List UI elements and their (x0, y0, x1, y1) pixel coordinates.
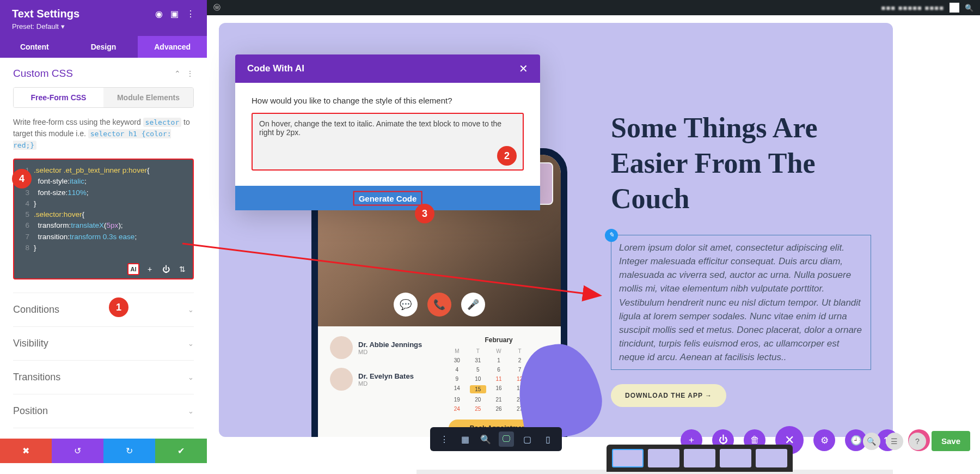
calendar-month: February (449, 336, 549, 344)
settings-button[interactable]: ⚙ (813, 429, 835, 451)
thumbnail-4[interactable] (720, 449, 751, 467)
subtab-module-elements[interactable]: Module Elements (103, 88, 193, 107)
page-thumbnails (607, 445, 793, 472)
search-icon[interactable]: 🔍 (965, 4, 973, 12)
hero-heading: Some Things Are Easier From The Couch (611, 110, 871, 216)
button-highlight: Generate Code (353, 191, 422, 205)
section-more-icon[interactable]: ⋮ (186, 69, 194, 78)
doctor-item[interactable]: Dr. Evelyn BatesMD (330, 368, 440, 391)
ai-prompt-textarea[interactable] (252, 113, 524, 171)
css-subtabs: Free-Form CSS Module Elements (13, 87, 194, 108)
thumbnail-2[interactable] (648, 449, 679, 467)
avatar (330, 368, 353, 391)
zoom-icon[interactable]: 🔍 (478, 432, 493, 447)
download-app-button[interactable]: DOWNLOAD THE APP → (611, 384, 726, 407)
css-code-editor[interactable]: 1.selector .et_pb_text_inner p:hover {2 … (13, 159, 194, 279)
callout-2: 2 (497, 146, 517, 166)
tab-advanced[interactable]: Advanced (138, 36, 207, 58)
save-button[interactable]: Save (932, 431, 970, 451)
hero-content: Some Things Are Easier From The Couch ✎ … (611, 110, 871, 407)
modal-question: How would you like to change the style o… (252, 96, 524, 105)
close-icon[interactable]: ✕ (519, 62, 528, 75)
power-icon[interactable]: ⏻ (160, 263, 172, 275)
preset-dropdown[interactable]: Preset: Default ▾ (12, 22, 195, 31)
confirm-button[interactable]: ✔ (155, 439, 207, 463)
settings-sidebar: Text Settings ◉ ▣ ⋮ Preset: Default ▾ Co… (0, 0, 207, 463)
doctor-item[interactable]: Dr. Abbie JenningsMD (330, 336, 440, 359)
accordion-scroll-effects[interactable]: Scroll Effects⌄ (13, 428, 194, 439)
wordpress-icon[interactable]: ⓦ (213, 3, 220, 13)
undo-button[interactable]: ↺ (52, 439, 103, 463)
sidebar-footer: ✖ ↺ ↻ ✔ (0, 439, 207, 463)
text-module-selected[interactable]: ✎ Lorem ipsum dolor sit amet, consectetu… (611, 235, 871, 370)
callout-4: 4 (12, 169, 32, 189)
accordion-transitions[interactable]: Transitions⌄ (13, 360, 194, 394)
sidebar-body: Custom CSS ⌃ ⋮ Free-Form CSS Module Elem… (0, 58, 207, 439)
thumbnail-1[interactable] (612, 449, 644, 467)
section-title: Custom CSS (13, 68, 73, 80)
discard-button[interactable]: ✖ (0, 439, 52, 463)
thumbnail-5[interactable] (756, 449, 787, 467)
redo-button[interactable]: ↻ (103, 439, 155, 463)
tab-content[interactable]: Content (0, 36, 69, 58)
mobile-icon[interactable]: ▯ (540, 432, 555, 447)
css-helper-text: Write free-form css using the keyword se… (13, 117, 194, 151)
callout-1: 1 (109, 297, 128, 317)
search-button[interactable]: 🔍 (863, 433, 880, 450)
tablet-icon[interactable]: ▢ (519, 432, 535, 447)
doctor-list: Dr. Abbie JenningsMDDr. Evelyn BatesMD (330, 336, 440, 437)
accordion-conditions[interactable]: Conditions⌄ (13, 293, 194, 326)
wireframe-icon[interactable]: ▦ (457, 432, 473, 447)
ai-button[interactable]: AI (127, 263, 139, 275)
add-icon[interactable]: + (144, 263, 156, 275)
hero-paragraph: Lorem ipsum dolor sit amet, consectetur … (619, 242, 862, 362)
canvas-right-actions: 🔍 ☰ ? Save (863, 431, 970, 451)
avatar (330, 336, 353, 359)
accordion-visibility[interactable]: Visibility⌄ (13, 326, 194, 360)
layers-button[interactable]: ☰ (886, 433, 903, 450)
chat-icon[interactable]: 💬 (394, 293, 418, 317)
panel-icon[interactable]: ▣ (170, 9, 179, 19)
collapse-icon[interactable]: ⌃ (174, 69, 181, 78)
code-with-ai-modal: Code With AI ✕ How would you like to cha… (235, 54, 540, 210)
generate-code-button[interactable]: Generate Code (235, 186, 540, 210)
mic-icon[interactable]: 🎤 (461, 293, 485, 317)
sort-icon[interactable]: ⇅ (176, 263, 188, 275)
tab-design[interactable]: Design (69, 36, 138, 58)
menu-icon[interactable]: ⋮ (437, 432, 452, 447)
sidebar-header: Text Settings ◉ ▣ ⋮ Preset: Default ▾ (0, 0, 207, 36)
help-button[interactable]: ? (909, 433, 926, 450)
wp-admin-bar: ⓦ ■■■ ■■■■■ ■■■■ 🔍 (207, 0, 980, 15)
subtab-freeform[interactable]: Free-Form CSS (14, 88, 103, 107)
settings-tabs: Content Design Advanced (0, 36, 207, 58)
desktop-icon[interactable]: 🖵 (499, 432, 514, 447)
sidebar-title: Text Settings (12, 8, 79, 20)
edit-icon[interactable]: ✎ (605, 229, 618, 242)
keyword-code: selector (143, 118, 182, 127)
modal-title: Code With AI (247, 63, 304, 74)
code-toolbar: AI + ⏻ ⇅ (127, 263, 188, 275)
admin-avatar[interactable] (950, 3, 959, 13)
admin-user-text[interactable]: ■■■ ■■■■■ ■■■■ (881, 4, 944, 12)
responsive-toolbar: ⋮ ▦ 🔍 🖵 ▢ ▯ (430, 427, 562, 451)
target-icon[interactable]: ◉ (155, 9, 163, 19)
accordion-position[interactable]: Position⌄ (13, 394, 194, 428)
thumbnail-3[interactable] (684, 449, 715, 467)
callout-3: 3 (415, 204, 434, 223)
end-call-icon[interactable]: 📞 (427, 293, 451, 317)
more-icon[interactable]: ⋮ (186, 9, 195, 19)
